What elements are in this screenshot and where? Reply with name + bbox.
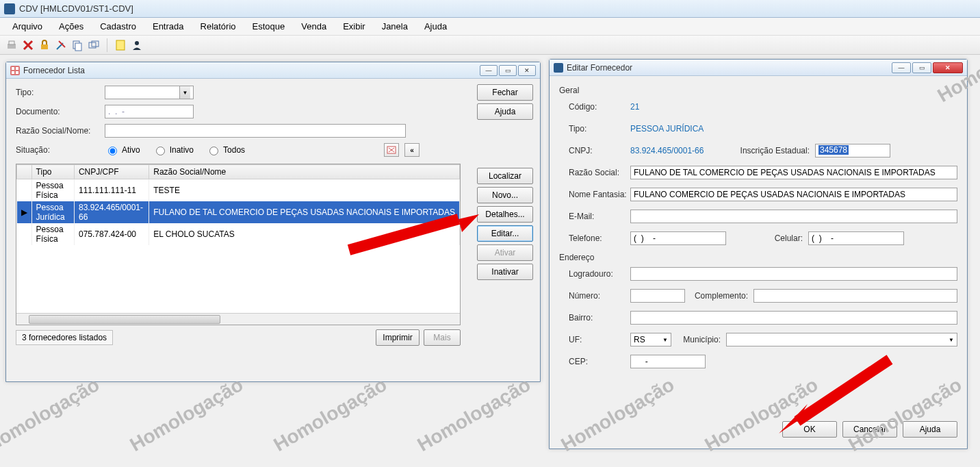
ie-label: Inscrição Estadual: xyxy=(740,146,815,155)
editar-close-button[interactable]: ✕ xyxy=(933,62,963,73)
editar-titlebar[interactable]: Editar Fornecedor — ▭ ✕ xyxy=(550,60,967,76)
svg-rect-15 xyxy=(12,71,14,74)
dialog-buttons: OK Cancelar Ajuda xyxy=(782,421,957,438)
svg-rect-17 xyxy=(16,71,18,74)
col-razao[interactable]: Razão Social/Nome xyxy=(149,165,460,179)
ativar-button[interactable]: Ativar xyxy=(477,244,533,261)
razao-field[interactable] xyxy=(630,166,957,179)
row-marker xyxy=(17,223,32,245)
ajuda-button[interactable]: Ajuda xyxy=(477,103,533,120)
windows-icon[interactable] xyxy=(88,39,100,51)
ajuda-button[interactable]: Ajuda xyxy=(903,421,957,438)
mais-button[interactable]: Mais xyxy=(424,329,461,346)
result-table: Tipo CNPJ/CPF Razão Social/Nome Pessoa F… xyxy=(16,164,461,325)
lista-titlebar[interactable]: Fornecedor Lista — ▭ ✕ xyxy=(6,62,540,79)
tools-icon[interactable] xyxy=(55,39,67,51)
print-icon[interactable] xyxy=(5,39,18,51)
table-row[interactable]: Pessoa Física075.787.424-00EL CHOLO SUCA… xyxy=(17,223,460,245)
svg-rect-21 xyxy=(554,63,563,73)
col-cnpj[interactable]: CNPJ/CPF xyxy=(74,165,149,179)
menu-exibir[interactable]: Exibir xyxy=(336,19,372,34)
razao-label: Razão Social/Nome: xyxy=(16,126,105,136)
geral-group-label: Geral xyxy=(559,86,957,95)
menu-cadastro[interactable]: Cadastro xyxy=(93,19,143,34)
editar-maximize-button[interactable]: ▭ xyxy=(912,62,931,73)
user-icon[interactable] xyxy=(131,39,143,51)
fantasia-field[interactable] xyxy=(630,188,957,201)
table-row[interactable]: ▶Pessoa Jurídica83.924.465/0001-66FULANO… xyxy=(17,201,460,223)
horizontal-scrollbar[interactable] xyxy=(16,313,460,325)
documento-field[interactable] xyxy=(105,105,194,118)
maximize-button[interactable]: ▭ xyxy=(499,65,517,76)
situacao-radios: Ativo Inativo Todos xyxy=(105,144,245,155)
menu-entrada[interactable]: Entrada xyxy=(146,19,191,34)
table-row[interactable]: Pessoa Física111.111.111-11TESTE xyxy=(17,179,460,202)
svg-point-12 xyxy=(135,41,139,45)
situacao-label: Situação: xyxy=(16,145,105,155)
clear-filter-button[interactable] xyxy=(384,143,399,157)
detalhes-button[interactable]: Detalhes... xyxy=(477,206,533,223)
minimize-button[interactable]: — xyxy=(480,65,498,76)
codigo-value: 21 xyxy=(630,102,639,112)
menu-ajuda[interactable]: Ajuda xyxy=(417,19,454,34)
fornecedor-lista-window: Fornecedor Lista — ▭ ✕ Fechar Ajuda Loca… xyxy=(5,62,541,382)
municipio-combo[interactable]: ▼ xyxy=(726,333,957,346)
delete-icon[interactable] xyxy=(22,39,34,51)
radio-inativo[interactable]: Inativo xyxy=(153,144,194,155)
numero-label: Número: xyxy=(569,291,630,301)
uf-combo[interactable]: RS ▼ xyxy=(630,333,671,346)
logradouro-field[interactable] xyxy=(630,267,957,281)
complemento-field[interactable] xyxy=(753,289,957,303)
form-icon xyxy=(10,66,20,75)
cell-tipo: Pessoa Jurídica xyxy=(31,201,74,223)
copy-icon[interactable] xyxy=(71,39,83,51)
inativar-button[interactable]: Inativar xyxy=(477,264,533,280)
mdi-area: Fornecedor Lista — ▭ ✕ Fechar Ajuda Loca… xyxy=(0,55,980,467)
editar-minimize-button[interactable]: — xyxy=(892,62,911,73)
tipo-label: Tipo: xyxy=(569,124,630,134)
collapse-button[interactable]: « xyxy=(404,143,420,157)
fechar-button[interactable]: Fechar xyxy=(477,84,533,101)
menu-arquivo[interactable]: Arquivo xyxy=(5,19,49,34)
lock-icon[interactable] xyxy=(38,39,51,51)
radio-ativo[interactable]: Ativo xyxy=(105,144,140,155)
menubar: Arquivo Ações Cadastro Entrada Relatório… xyxy=(0,18,980,36)
svg-rect-10 xyxy=(92,41,99,47)
menu-acoes[interactable]: Ações xyxy=(52,19,90,34)
email-field[interactable] xyxy=(630,210,957,223)
celular-field[interactable] xyxy=(808,231,904,245)
menu-venda[interactable]: Venda xyxy=(294,19,333,34)
menu-janela[interactable]: Janela xyxy=(375,19,415,34)
note-icon[interactable] xyxy=(114,39,127,51)
cnpj-value: 83.924.465/0001-66 xyxy=(630,146,740,155)
close-button[interactable]: ✕ xyxy=(518,65,536,76)
menu-estoque[interactable]: Estoque xyxy=(246,19,292,34)
cep-field[interactable] xyxy=(630,355,706,368)
col-tipo[interactable]: Tipo xyxy=(31,165,74,179)
numero-field[interactable] xyxy=(630,289,685,303)
cancelar-button[interactable]: Cancelar xyxy=(842,421,897,438)
tipo-value: PESSOA JURÍDICA xyxy=(630,124,704,134)
razao-field[interactable] xyxy=(105,124,406,138)
cell-tipo: Pessoa Física xyxy=(31,179,74,202)
lista-title: Fornecedor Lista xyxy=(23,66,85,75)
editar-button[interactable]: Editar... xyxy=(477,225,533,242)
localizar-button[interactable]: Localizar xyxy=(477,168,533,184)
radio-todos[interactable]: Todos xyxy=(206,144,245,155)
logradouro-label: Logradouro: xyxy=(569,269,630,279)
ok-button[interactable]: OK xyxy=(782,421,837,438)
bairro-field[interactable] xyxy=(630,311,957,325)
telefone-field[interactable] xyxy=(630,231,726,245)
chevron-down-icon: ▼ xyxy=(949,337,954,343)
tipo-combo[interactable]: ▼ xyxy=(105,86,194,99)
ie-field[interactable]: 345678 xyxy=(815,144,890,157)
svg-rect-9 xyxy=(89,42,96,48)
scrollbar-thumb[interactable] xyxy=(29,315,220,324)
editar-fornecedor-window: Editar Fornecedor — ▭ ✕ Geral Código: 21… xyxy=(549,59,968,449)
novo-button[interactable]: Novo... xyxy=(477,187,533,203)
imprimir-button[interactable]: Imprimir xyxy=(376,329,420,346)
cnpj-label: CNPJ: xyxy=(569,146,630,155)
svg-rect-8 xyxy=(75,43,81,51)
menu-relatorio[interactable]: Relatório xyxy=(194,19,243,34)
svg-rect-16 xyxy=(16,67,18,70)
